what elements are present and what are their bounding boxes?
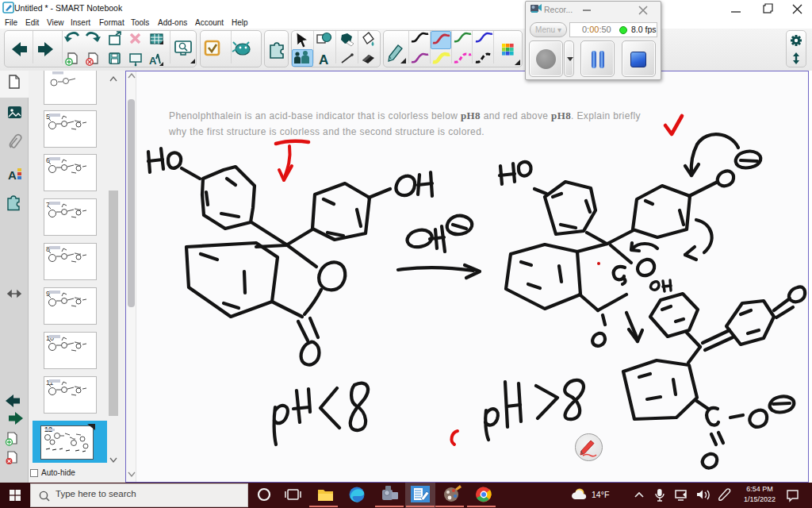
svg-text:A: A (149, 55, 157, 67)
svg-text:A: A (319, 52, 328, 67)
svg-text:A: A (8, 168, 17, 182)
